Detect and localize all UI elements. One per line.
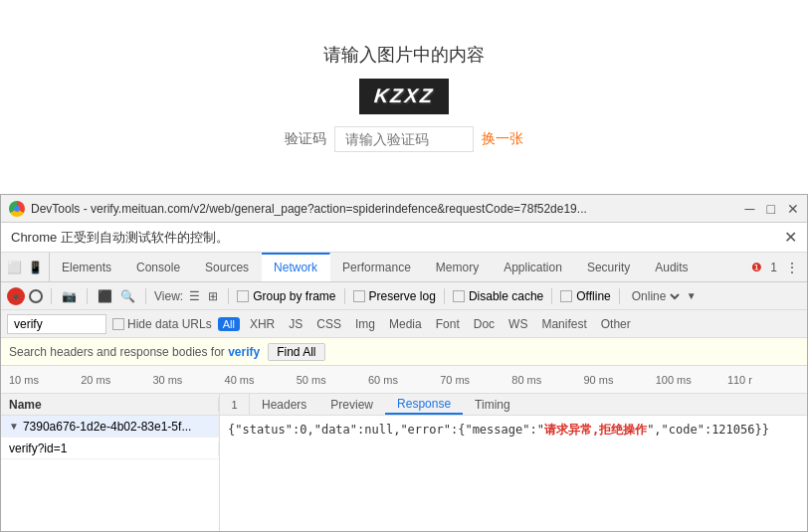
- tab-security[interactable]: Security: [575, 253, 643, 281]
- toolbar-sep-6: [444, 288, 445, 304]
- offline-label[interactable]: Offline: [560, 289, 610, 303]
- captcha-label: 验证码: [285, 130, 326, 148]
- offline-checkbox[interactable]: [560, 290, 572, 302]
- devtools-window: DevTools - verify.meituan.com/v2/web/gen…: [0, 194, 808, 532]
- timing-tab[interactable]: Timing: [463, 394, 522, 415]
- toolbar-sep-1: [51, 288, 52, 304]
- tick-10ms: 10 ms: [9, 374, 81, 386]
- search-bar: Search headers and response bodies for v…: [1, 338, 807, 366]
- tab-performance[interactable]: Performance: [330, 253, 424, 281]
- error-count: 1: [770, 261, 777, 274]
- tick-100ms: 100 ms: [656, 374, 727, 386]
- list-view-icon[interactable]: ☰: [187, 289, 202, 303]
- toolbar-sep-4: [228, 288, 229, 304]
- filter-input[interactable]: [7, 314, 106, 334]
- filter-js[interactable]: JS: [285, 317, 306, 331]
- filter-icon[interactable]: ⬛: [96, 289, 114, 303]
- network-toolbar: ● 📷 ⬛ 🔍 View: ☰ ⊞ Group by frame Preserv…: [1, 282, 807, 310]
- captcha-controls: 验证码 换一张: [285, 126, 523, 152]
- captcha-image: KZXZ: [359, 79, 449, 114]
- preserve-log-label[interactable]: Preserve log: [353, 289, 436, 303]
- disable-cache-label[interactable]: Disable cache: [453, 289, 543, 303]
- devtools-title: DevTools - verify.meituan.com/v2/web/gen…: [31, 202, 745, 216]
- clear-button[interactable]: [29, 289, 43, 303]
- toolbar-sep-7: [551, 288, 552, 304]
- captcha-page: 请输入图片中的内容 KZXZ 验证码 换一张: [0, 0, 808, 194]
- tick-60ms: 60 ms: [368, 374, 440, 386]
- filter-font[interactable]: Font: [432, 317, 464, 331]
- tick-90ms: 90 ms: [584, 374, 656, 386]
- response-text-after: ","code":121056}}: [647, 423, 769, 437]
- network-content: Name ▼ 7390a676-1d2e-4b02-83e1-5f... ver…: [1, 394, 807, 531]
- hide-data-urls-text: Hide data URLs: [127, 317, 212, 331]
- record-button[interactable]: ●: [7, 287, 25, 305]
- find-all-button[interactable]: Find All: [268, 343, 324, 361]
- captcha-refresh-link[interactable]: 换一张: [482, 130, 523, 148]
- filter-img[interactable]: Img: [351, 317, 379, 331]
- filter-media[interactable]: Media: [385, 317, 426, 331]
- requests-header: Name: [1, 394, 219, 416]
- filter-css[interactable]: CSS: [312, 317, 345, 331]
- minimize-button[interactable]: ─: [745, 202, 755, 216]
- automation-banner: Chrome 正受到自动测试软件的控制。 ✕: [1, 223, 807, 253]
- tab-elements[interactable]: Elements: [50, 253, 124, 281]
- captcha-image-text: KZXZ: [373, 85, 435, 107]
- automation-close-button[interactable]: ✕: [784, 228, 797, 247]
- captcha-input[interactable]: [334, 126, 474, 152]
- online-select[interactable]: Online Offline: [628, 288, 683, 304]
- search-icon[interactable]: 🔍: [118, 289, 137, 303]
- tick-70ms: 70 ms: [440, 374, 511, 386]
- table-row[interactable]: ▼ 7390a676-1d2e-4b02-83e1-5f...: [1, 416, 219, 438]
- tab-audits[interactable]: Audits: [643, 253, 701, 281]
- camera-icon[interactable]: 📷: [60, 289, 79, 303]
- toolbar-sep-2: [87, 288, 88, 304]
- devtools-tab-end: ❶ 1 ⋮: [743, 253, 807, 281]
- hide-data-urls-checkbox[interactable]: [112, 318, 124, 330]
- tick-80ms: 80 ms: [511, 374, 583, 386]
- toolbar-sep-3: [145, 288, 146, 304]
- maximize-button[interactable]: □: [767, 202, 775, 216]
- tab-application[interactable]: Application: [492, 253, 575, 281]
- chrome-icon: [9, 201, 25, 217]
- filter-other[interactable]: Other: [597, 317, 635, 331]
- table-row[interactable]: verify?id=1: [1, 438, 219, 459]
- tab-memory[interactable]: Memory: [424, 253, 492, 281]
- devtools-titlebar: DevTools - verify.meituan.com/v2/web/gen…: [1, 195, 807, 223]
- tab-network[interactable]: Network: [262, 253, 330, 281]
- filter-ws[interactable]: WS: [505, 317, 531, 331]
- tab-sources[interactable]: Sources: [193, 253, 262, 281]
- request-detail-panel: 1 Headers Preview Response Timing {"stat…: [220, 394, 807, 531]
- group-by-frame-label[interactable]: Group by frame: [237, 289, 335, 303]
- request-name: ▼ 7390a676-1d2e-4b02-83e1-5f...: [1, 420, 219, 434]
- offline-text: Offline: [576, 289, 610, 303]
- response-content: {"status":0,"data":null,"error":{"messag…: [220, 416, 807, 531]
- devtools-tabs: ⬜ 📱 Elements Console Sources Network Per…: [1, 253, 807, 282]
- detail-tabs: 1 Headers Preview Response Timing: [220, 394, 807, 416]
- tick-50ms: 50 ms: [297, 374, 368, 386]
- filter-doc[interactable]: Doc: [470, 317, 499, 331]
- disable-cache-text: Disable cache: [469, 289, 543, 303]
- row-toggle-icon: ▼: [9, 421, 19, 432]
- search-keyword: verify: [228, 345, 260, 359]
- filter-manifest[interactable]: Manifest: [537, 317, 590, 331]
- preview-tab[interactable]: Preview: [318, 394, 385, 415]
- captcha-title: 请输入图片中的内容: [323, 43, 485, 67]
- disable-cache-checkbox[interactable]: [453, 290, 465, 302]
- close-window-button[interactable]: ✕: [787, 202, 799, 216]
- more-options-icon[interactable]: ⋮: [785, 260, 799, 275]
- filter-bar: Hide data URLs All XHR JS CSS Img Media …: [1, 310, 807, 338]
- group-by-frame-checkbox[interactable]: [237, 290, 249, 302]
- response-text-before: {"status":0,"data":null,"error":{"messag…: [228, 423, 544, 437]
- device-icon[interactable]: 📱: [28, 261, 43, 274]
- filter-xhr[interactable]: XHR: [246, 317, 279, 331]
- tick-20ms: 20 ms: [81, 374, 152, 386]
- filter-all-button[interactable]: All: [218, 317, 240, 331]
- titlebar-controls: ─ □ ✕: [745, 202, 799, 216]
- hide-data-urls-label[interactable]: Hide data URLs: [112, 317, 212, 331]
- response-tab[interactable]: Response: [385, 394, 463, 415]
- headers-tab[interactable]: Headers: [250, 394, 318, 415]
- grid-view-icon[interactable]: ⊞: [206, 289, 220, 303]
- inspect-icon[interactable]: ⬜: [7, 261, 22, 274]
- tab-console[interactable]: Console: [124, 253, 193, 281]
- preserve-log-checkbox[interactable]: [353, 290, 365, 302]
